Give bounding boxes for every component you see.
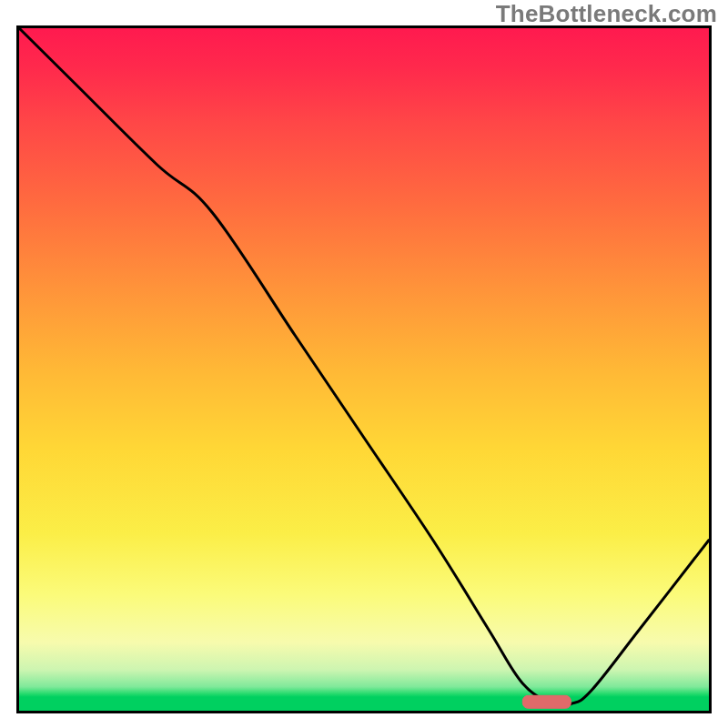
bottleneck-curve [19,28,709,706]
plot-frame [16,25,712,713]
chart-container: TheBottleneck.com [0,0,728,728]
curve-svg [19,28,709,711]
watermark-text: TheBottleneck.com [496,0,717,28]
sweet-spot-marker [522,695,571,708]
